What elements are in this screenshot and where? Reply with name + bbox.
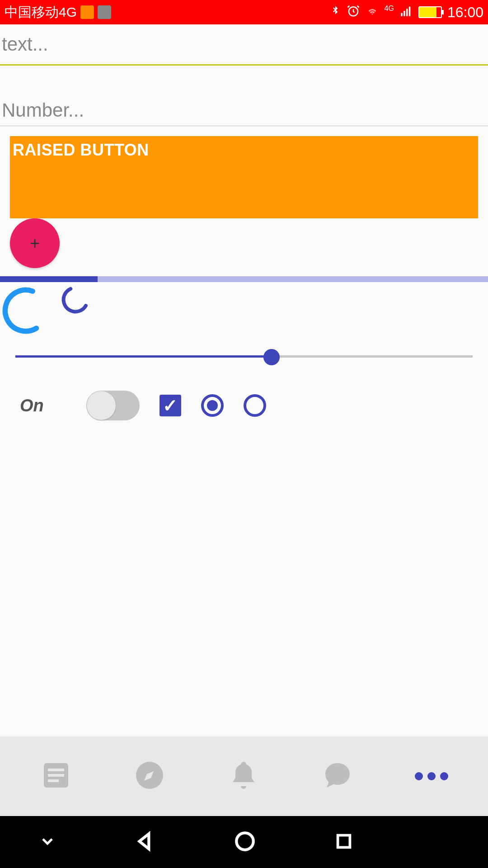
status-left: 中国移动4G bbox=[5, 3, 111, 22]
network-4g-label: 4G bbox=[385, 5, 394, 13]
svg-rect-8 bbox=[48, 769, 64, 771]
alarm-icon bbox=[347, 4, 360, 21]
nav-notifications-icon[interactable] bbox=[227, 759, 260, 793]
svg-rect-3 bbox=[406, 9, 408, 16]
raised-button[interactable]: RAISED BUTTON bbox=[10, 136, 478, 218]
slider[interactable] bbox=[15, 345, 473, 368]
svg-point-6 bbox=[61, 285, 90, 315]
switch-label: On bbox=[20, 396, 44, 415]
switch-toggle[interactable] bbox=[86, 391, 140, 420]
signal-icon bbox=[399, 5, 413, 20]
radio-option-1[interactable] bbox=[201, 394, 224, 417]
dot-icon bbox=[415, 772, 423, 780]
main-content: RAISED BUTTON + On ✓ bbox=[0, 24, 488, 736]
dot-icon bbox=[427, 772, 436, 780]
clock-label: 16:00 bbox=[447, 4, 483, 21]
system-recent-icon[interactable] bbox=[333, 831, 354, 854]
system-back-icon[interactable] bbox=[134, 830, 156, 854]
system-expand-icon[interactable] bbox=[38, 832, 56, 852]
svg-rect-9 bbox=[48, 774, 64, 777]
svg-rect-10 bbox=[48, 779, 59, 782]
carrier-label: 中国移动4G bbox=[5, 3, 77, 22]
radio-dot-icon bbox=[207, 400, 218, 411]
switch-thumb bbox=[87, 391, 116, 420]
status-bar: 中国移动4G 4G 16:00 bbox=[0, 0, 488, 24]
circular-progress-large bbox=[0, 285, 52, 336]
notification-app-icon-2 bbox=[98, 5, 111, 19]
status-right: 4G 16:00 bbox=[329, 4, 483, 21]
linear-progress bbox=[0, 276, 488, 282]
system-home-icon[interactable] bbox=[234, 830, 256, 854]
bottom-nav bbox=[0, 736, 488, 816]
radio-option-2[interactable] bbox=[244, 394, 266, 417]
nav-list-icon[interactable] bbox=[40, 759, 72, 793]
notification-app-icon-1 bbox=[80, 5, 94, 19]
plus-icon: + bbox=[30, 234, 40, 253]
svg-point-12 bbox=[236, 833, 253, 850]
dot-icon bbox=[440, 772, 448, 780]
svg-rect-4 bbox=[409, 6, 411, 16]
fab-add-button[interactable]: + bbox=[10, 218, 60, 268]
system-nav-bar bbox=[0, 816, 488, 868]
controls-row: On ✓ bbox=[20, 391, 488, 420]
battery-icon bbox=[418, 6, 442, 18]
wifi-icon bbox=[366, 5, 379, 20]
slider-thumb[interactable] bbox=[263, 349, 280, 365]
svg-rect-1 bbox=[401, 13, 403, 16]
nav-chat-icon[interactable] bbox=[321, 759, 354, 793]
svg-rect-13 bbox=[338, 835, 350, 847]
text-input[interactable] bbox=[0, 24, 488, 66]
nav-explore-icon[interactable] bbox=[133, 759, 166, 793]
check-icon: ✓ bbox=[163, 395, 178, 416]
linear-progress-fill bbox=[0, 276, 98, 282]
checkbox[interactable]: ✓ bbox=[160, 395, 181, 416]
bluetooth-icon bbox=[329, 4, 341, 21]
circular-progress-small bbox=[61, 285, 90, 315]
spinners-row bbox=[0, 285, 488, 336]
svg-point-5 bbox=[0, 285, 52, 336]
number-input[interactable] bbox=[0, 90, 488, 126]
nav-more-icon[interactable] bbox=[415, 772, 448, 780]
slider-fill bbox=[15, 355, 272, 358]
svg-rect-2 bbox=[404, 11, 405, 16]
